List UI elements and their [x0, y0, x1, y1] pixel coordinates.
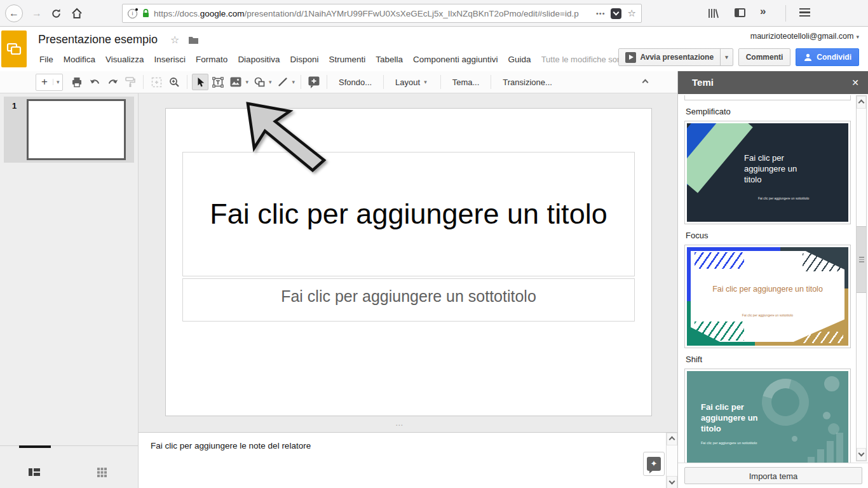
redo-button[interactable]	[104, 74, 121, 90]
url-bar[interactable]: i https://docs.google.com/presentation/d…	[122, 4, 642, 23]
print-icon	[71, 77, 83, 88]
zoom-icon	[169, 77, 180, 88]
home-button[interactable]	[71, 8, 83, 19]
theme-name-shift: Shift	[686, 355, 856, 364]
menu-diapositiva[interactable]: Diapositiva	[233, 52, 285, 67]
themes-panel: Temi ✕ Semplificato Fai clic per aggiung…	[677, 71, 868, 488]
notes-resize-handle[interactable]: ⋯	[395, 421, 404, 430]
select-tool-button[interactable]	[192, 74, 208, 90]
undo-button[interactable]	[86, 74, 103, 90]
themes-scrollbar[interactable]	[856, 95, 867, 461]
forward-button[interactable]: →	[29, 4, 45, 22]
new-slide-button[interactable]: + ▾	[36, 74, 63, 91]
background-button[interactable]: Sfondo...	[331, 74, 379, 90]
theme-name-focus: Focus	[686, 231, 856, 240]
share-button[interactable]: Condividi	[796, 48, 859, 66]
menu-guida[interactable]: Guida	[503, 52, 536, 67]
theme-card-shift[interactable]: Fai clic per aggiungere un titolo Fai cl…	[684, 369, 851, 463]
transition-button[interactable]: Transizione...	[495, 74, 560, 90]
active-view-indicator	[19, 445, 51, 448]
sidebar-toggle-icon[interactable]	[735, 8, 745, 17]
forward-icon: →	[32, 8, 42, 19]
speaker-notes-panel[interactable]: Fai clic per aggiungere le note del rela…	[139, 432, 677, 488]
menu-strumenti[interactable]: Strumenti	[323, 52, 370, 67]
import-theme-button[interactable]: Importa tema	[684, 467, 862, 484]
notes-scrollbar[interactable]	[666, 433, 677, 488]
reload-button[interactable]	[51, 8, 62, 19]
zoom-fit-button[interactable]	[148, 74, 165, 90]
comments-button[interactable]: Commenti	[738, 48, 791, 66]
account-email[interactable]: maurizioteotelloli@gmail.com▾	[750, 32, 859, 41]
browser-toolbar: ← → i https://docs.google.com/presentati…	[0, 0, 868, 27]
bookmark-star-icon[interactable]: ☆	[628, 8, 636, 19]
subtitle-placeholder[interactable]: Fai clic per aggiungere un sottotitolo	[182, 278, 635, 322]
menu-disponi[interactable]: Disponi	[285, 52, 323, 67]
insert-image-button[interactable]	[227, 74, 244, 90]
filmstrip-view-icon	[28, 467, 41, 477]
star-document-icon[interactable]: ☆	[170, 34, 179, 46]
present-button[interactable]: Avvia presentazione ▾	[618, 48, 733, 66]
zoom-button[interactable]	[166, 74, 182, 90]
close-panel-icon[interactable]: ✕	[851, 71, 859, 94]
slides-header: Presentazione esempio ☆ maurizioteotello…	[0, 27, 868, 71]
theme-card-semplificato[interactable]: Fai clic per aggiungere un titolo Fai cl…	[684, 121, 851, 224]
menu-modifica[interactable]: Modifica	[58, 52, 100, 67]
menu-file[interactable]: File	[34, 52, 58, 67]
library-icon[interactable]	[707, 7, 719, 20]
line-dropdown[interactable]: ▾	[292, 79, 295, 85]
title-placeholder[interactable]: Fai clic per aggiungere un titolo	[182, 152, 635, 276]
theme-decor-circle	[823, 412, 831, 419]
back-button[interactable]: ←	[5, 4, 23, 22]
print-button[interactable]	[69, 74, 85, 90]
document-title[interactable]: Presentazione esempio	[38, 33, 158, 46]
hamburger-menu-icon[interactable]	[799, 8, 810, 17]
image-dropdown[interactable]: ▾	[245, 79, 248, 85]
zoom-fit-icon	[151, 77, 162, 88]
theme-card-focus[interactable]: Fai clic per aggiungere un titolo Fai cl…	[684, 245, 851, 348]
site-info-icon[interactable]: i	[128, 9, 137, 18]
grid-view-button[interactable]	[97, 467, 107, 480]
slide-thumbnail-preview[interactable]	[27, 99, 126, 160]
slide-thumbnail-1[interactable]: 1	[4, 97, 134, 163]
shape-tool-button[interactable]	[251, 74, 268, 90]
theme-thumb-title: Fai clic per aggiungere un titolo	[744, 152, 815, 185]
slides-logo-icon	[5, 40, 23, 58]
menu-componenti-aggiuntivi[interactable]: Componenti aggiuntivi	[408, 52, 503, 67]
slides-logo[interactable]	[1, 30, 27, 67]
comment-icon	[308, 76, 320, 88]
themes-scroll-up-icon[interactable]	[857, 96, 866, 109]
slide-canvas[interactable]: Fai clic per aggiungere un titolo Fai cl…	[165, 108, 652, 416]
present-dropdown[interactable]: ▾	[720, 49, 733, 65]
pocket-icon[interactable]	[611, 8, 621, 19]
themes-scroll-down-icon[interactable]	[857, 448, 866, 461]
layout-button[interactable]: Layout▾	[388, 74, 437, 90]
filmstrip-view-button[interactable]	[28, 467, 41, 480]
themes-scrollbar-thumb[interactable]	[857, 226, 866, 293]
menu-inserisci[interactable]: Inserisci	[149, 52, 191, 67]
notes-scroll-down-icon[interactable]	[667, 476, 677, 488]
layout-dropdown-icon: ▾	[424, 79, 427, 85]
home-icon	[71, 8, 83, 19]
themes-panel-footer: Importa tema	[678, 463, 868, 488]
menu-formato[interactable]: Formato	[191, 52, 233, 67]
insert-comment-button[interactable]	[306, 74, 322, 90]
theme-thumb-subtitle: Fai clic per aggiungere un sottotitolo	[758, 196, 809, 200]
line-tool-button[interactable]	[275, 74, 291, 90]
theme-button[interactable]: Tema...	[445, 74, 487, 90]
menu-tabella[interactable]: Tabella	[370, 52, 408, 67]
collapse-toolbar-button[interactable]	[637, 74, 653, 90]
menu-visualizza[interactable]: Visualizza	[100, 52, 149, 67]
new-slide-dropdown[interactable]: ▾	[53, 79, 63, 85]
text-box-tool-button[interactable]	[210, 74, 226, 90]
explore-icon: ✦	[647, 457, 661, 471]
paint-format-button[interactable]	[122, 74, 139, 90]
toolbar-overflow-icon[interactable]: »	[760, 5, 766, 18]
lock-icon	[142, 8, 150, 18]
move-to-folder-icon[interactable]	[188, 36, 199, 44]
shape-dropdown[interactable]: ▾	[269, 79, 272, 85]
theme-card-partial[interactable]	[684, 95, 851, 100]
speaker-notes-placeholder[interactable]: Fai clic per aggiungere le note del rela…	[151, 441, 311, 451]
explore-button[interactable]: ✦	[643, 452, 665, 476]
page-actions-icon[interactable]: •••	[596, 10, 606, 17]
notes-scroll-up-icon[interactable]	[667, 433, 677, 445]
